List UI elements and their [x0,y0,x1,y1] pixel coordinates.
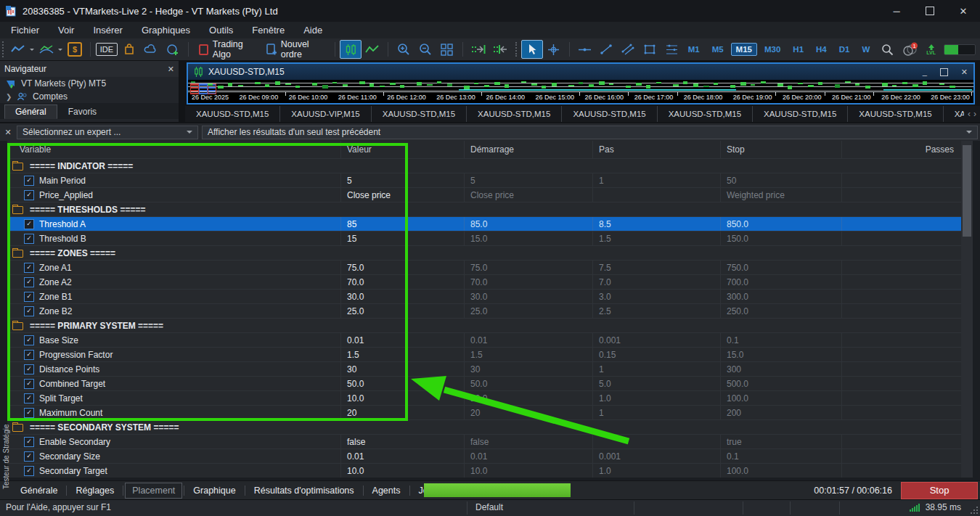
chart-tab[interactable]: XAUUSD-VIP,M15 [280,106,371,122]
menu-item-fenetre[interactable]: Fenêtre [242,22,294,38]
scroll-right-icon[interactable]: › [973,109,976,119]
maximize-icon[interactable] [940,68,948,76]
checkbox[interactable]: ✓ [24,350,34,360]
timeframe-h4[interactable]: H4 [811,43,832,56]
chart-shift-button[interactable] [489,40,511,59]
checkbox[interactable]: ✓ [24,466,34,476]
parameter-row[interactable]: ✓Zone A270.070.07.0700.0 [7,275,961,290]
toolbar-grip[interactable] [2,41,4,57]
chart-tab[interactable]: XAUUSD-STD,M15 [467,106,562,122]
timeframe-m1[interactable]: M1 [683,43,705,56]
signals-button[interactable] [162,40,184,59]
timeframe-m15[interactable]: M15 [731,43,757,56]
line-mode-button[interactable] [362,40,383,59]
market-button[interactable] [118,40,140,59]
symbols-button[interactable]: $ [64,40,86,59]
expand-arrow-icon[interactable]: ❯ [6,93,12,101]
maximize-icon[interactable] [913,0,947,22]
checkbox[interactable]: ✓ [24,190,34,200]
parameter-section-row[interactable]: ===== INDICATOR ===== [7,159,961,173]
chart-profile-button[interactable] [7,40,29,59]
channel-tool-button[interactable] [618,40,640,59]
results-selector-dropdown[interactable]: Afficher les résultats d'un seul test pr… [202,126,978,139]
navigator-tab-general[interactable]: Général [4,105,57,119]
checkbox[interactable]: ✓ [24,393,34,404]
horizontal-line-tool-button[interactable] [574,40,596,59]
scrollbar-thumb[interactable] [963,145,971,237]
timeframe-m30[interactable]: M30 [759,43,785,56]
checkbox[interactable]: ✓ [24,219,34,229]
parameter-row[interactable]: ✓Secondary Target10.010.01.0100.0 [7,464,961,478]
checkbox[interactable]: ✓ [24,364,34,374]
parameter-row[interactable]: ✓Threshold A8585.08.5850.0 [7,217,961,232]
trendline-tool-button[interactable] [596,40,618,59]
minimize-icon[interactable]: ─ [880,0,913,22]
cursor-tool-button[interactable] [521,40,543,59]
chart-tab[interactable]: XAUUSD-STD,M15 [658,106,753,122]
margin-level-button[interactable]: LVL [926,44,936,55]
scroll-left-icon[interactable]: ‹ [968,109,971,119]
parameter-row[interactable]: ✓Zone A175.075.07.5750.0 [7,261,961,275]
navigator-tab-favoris[interactable]: Favoris [57,105,107,119]
chart-tab[interactable]: XAUUSD-STD,M15 [372,106,467,122]
parameter-section-row[interactable]: ===== THRESHOLDS ===== [7,202,961,217]
parameter-section-row[interactable]: ===== PRIMARY SYSTEM ===== [7,319,961,333]
ide-button[interactable]: IDE [95,40,118,59]
column-header-passes[interactable]: Passes [842,141,961,158]
menu-item-aide[interactable]: Aide [294,22,332,38]
parameter-row[interactable]: ✓Enable Secondaryfalsefalsetrue [7,435,961,449]
menu-item-outils[interactable]: Outils [200,22,242,38]
navigator-item-broker[interactable]: VT Markets (Pty) MT5 [0,77,179,90]
close-icon[interactable]: ✕ [947,0,980,22]
crosshair-tool-button[interactable] [543,40,565,59]
checkbox[interactable]: ✓ [24,176,34,186]
checkbox[interactable]: ✓ [24,379,34,389]
timeframe-d1[interactable]: D1 [834,43,855,56]
resize-grip[interactable] [971,507,978,514]
new-order-button[interactable]: Nouvel ordre [261,41,330,58]
parameter-row[interactable]: ✓Zone B225.025.02.5250.0 [7,304,961,319]
tester-tab-graphique[interactable]: Graphique [186,483,242,499]
menu-item-inserer[interactable]: Insérer [83,22,131,38]
menu-item-fichier[interactable]: Fichier [1,22,49,38]
close-icon[interactable]: ✕ [961,67,968,77]
vps-button[interactable] [140,40,162,59]
menu-item-voir[interactable]: Voir [49,22,83,38]
parameter-row[interactable]: ✓Zone B130.030.03.0300.0 [7,290,961,304]
tester-tab-reglages[interactable]: Réglages [68,483,121,499]
parameter-row[interactable]: ✓Progression Factor1.51.50.1515.0 [7,348,961,362]
timeframe-w[interactable]: W [857,43,875,56]
checkbox[interactable]: ✓ [24,335,34,345]
stop-button[interactable]: Stop [901,482,978,499]
checkbox[interactable]: ✓ [24,292,34,302]
parameter-row[interactable]: ✓Threshold B1515.01.5150.0 [7,232,961,246]
zoom-in-button[interactable] [393,40,415,59]
rectangle-tool-button[interactable] [640,40,661,59]
profile-name[interactable]: Default [475,502,503,512]
parameter-row[interactable]: ✓Split Target10.010.01.0100.0 [7,391,961,406]
minimize-icon[interactable]: _ [923,67,927,76]
parameter-row[interactable]: ✓Distance Points30301300 [7,362,961,377]
expert-selector-dropdown[interactable]: Sélectionnez un expert ... [17,126,198,139]
candlestick-mode-button[interactable] [340,40,362,59]
close-icon[interactable]: ✕ [3,128,13,137]
column-header-pas[interactable]: Pas [593,141,721,158]
parameter-row[interactable]: ✓Combined Target50.050.05.0500.0 [7,377,961,391]
indicators-button[interactable] [36,40,57,59]
parameter-row[interactable]: ✓Main Period55150 [7,173,961,188]
timeframe-h1[interactable]: H1 [788,43,809,56]
tile-windows-button[interactable] [436,40,458,59]
trading-algo-button[interactable]: Trading Algo [193,41,261,58]
timeframe-m5[interactable]: M5 [707,43,729,56]
chevron-down-icon[interactable] [30,49,34,53]
auto-scroll-button[interactable] [467,40,489,59]
chart-tab[interactable]: XAUUSD-STD,M15 [848,106,943,122]
search-button[interactable] [876,40,898,59]
fibonacci-tool-button[interactable] [661,40,683,59]
strategy-tester-vertical-tab[interactable]: Testeur de Stratégie [0,411,12,502]
chart-tab[interactable]: XAUUSD-STD,M15 [562,106,657,122]
parameter-row[interactable]: ✓Maximum Count20201200 [7,406,961,420]
checkbox[interactable]: ✓ [24,277,34,287]
parameter-section-row[interactable]: ===== ZONES ===== [7,246,961,261]
parameter-section-row[interactable]: ===== SECONDARY SYSTEM ===== [7,420,961,435]
